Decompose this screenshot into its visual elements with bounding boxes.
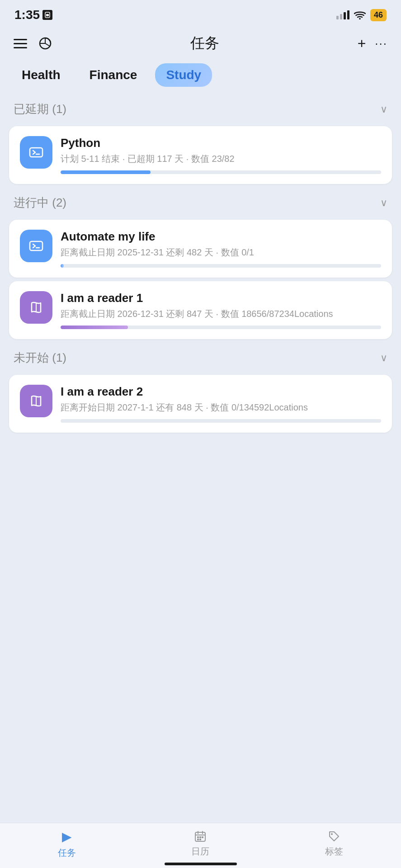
top-bar: 任务 + ···	[0, 27, 401, 60]
nav-tasks[interactable]: ▶ 任务	[58, 829, 76, 859]
svg-point-2	[359, 18, 361, 19]
task-meta-reader1: 距离截止日期 2026-12-31 还剩 847 天 · 数值 18656/87…	[61, 308, 381, 320]
task-meta-automate: 距离截止日期 2025-12-31 还剩 482 天 · 数值 0/1	[61, 246, 381, 259]
tab-study[interactable]: Study	[155, 63, 212, 87]
task-card-reader2[interactable]: I am a reader 2 距离开始日期 2027-1-1 还有 848 天…	[9, 375, 392, 433]
progress-bg-reader1	[61, 326, 381, 329]
nav-tags[interactable]: 标签	[325, 830, 343, 858]
nav-calendar-label: 日历	[191, 845, 209, 858]
task-name-reader2: I am a reader 2	[61, 385, 381, 399]
task-info-automate: Automate my life 距离截止日期 2025-12-31 还剩 48…	[61, 230, 381, 268]
section-inprogress-header: 进行中 (2) ∨	[0, 188, 401, 216]
home-indicator	[165, 863, 237, 865]
chevron-down-icon[interactable]: ∨	[380, 197, 387, 209]
section-notstarted-title: 未开始 (1)	[14, 350, 66, 366]
category-tabs: Health Finance Study	[0, 60, 401, 94]
bottom-nav: ▶ 任务 日历 标签	[0, 823, 401, 868]
chevron-down-icon[interactable]: ∨	[380, 352, 387, 364]
task-info-python: Python 计划 5-11 结束 · 已超期 117 天 · 数值 23/82	[61, 136, 381, 174]
chart-icon[interactable]	[38, 36, 52, 51]
task-name-automate: Automate my life	[61, 230, 381, 244]
status-bar: 1:35 46	[0, 0, 401, 27]
task-card-automate[interactable]: Automate my life 距离截止日期 2025-12-31 还剩 48…	[9, 220, 392, 278]
task-meta-python: 计划 5-11 结束 · 已超期 117 天 · 数值 23/82	[61, 153, 381, 165]
progress-fill-automate	[61, 264, 64, 268]
page-title: 任务	[52, 33, 358, 53]
svg-rect-18	[199, 839, 201, 840]
battery-indicator: 46	[370, 9, 387, 21]
progress-bg-python	[61, 170, 381, 174]
section-notstarted-header: 未开始 (1) ∨	[0, 343, 401, 371]
task-icon-python	[20, 136, 52, 169]
task-icon-reader2	[20, 385, 52, 417]
task-icon-reader1	[20, 291, 52, 324]
svg-rect-6	[30, 241, 42, 250]
svg-rect-14	[197, 836, 199, 838]
nav-calendar[interactable]: 日历	[191, 830, 209, 858]
wifi-icon	[354, 10, 366, 19]
svg-rect-17	[197, 839, 199, 840]
menu-button[interactable]	[14, 39, 27, 48]
status-time: 1:35	[14, 8, 52, 22]
task-icon-automate	[20, 230, 52, 262]
main-content: 已延期 (1) ∨ Python 计划 5-11 结束 · 已超期 117 天 …	[0, 94, 401, 868]
calendar-icon	[194, 830, 207, 843]
status-right: 46	[336, 9, 387, 21]
progress-fill-reader1	[61, 326, 128, 329]
signal-icon	[336, 10, 349, 19]
add-button[interactable]: +	[358, 36, 366, 51]
progress-bg-reader2	[61, 419, 381, 423]
tab-health[interactable]: Health	[11, 63, 71, 87]
task-info-reader2: I am a reader 2 距离开始日期 2027-1-1 还有 848 天…	[61, 385, 381, 423]
task-card-reader1[interactable]: I am a reader 1 距离截止日期 2026-12-31 还剩 847…	[9, 281, 392, 339]
progress-bg-automate	[61, 264, 381, 268]
tasks-icon: ▶	[62, 829, 72, 844]
task-info-reader1: I am a reader 1 距离截止日期 2026-12-31 还剩 847…	[61, 291, 381, 329]
chevron-down-icon[interactable]: ∨	[380, 104, 387, 115]
svg-rect-15	[199, 836, 201, 838]
section-overdue-header: 已延期 (1) ∨	[0, 94, 401, 123]
svg-point-19	[331, 833, 333, 835]
sim-icon	[42, 10, 52, 20]
task-meta-reader2: 距离开始日期 2027-1-1 还有 848 天 · 数值 0/134592Lo…	[61, 401, 381, 414]
task-card-python[interactable]: Python 计划 5-11 结束 · 已超期 117 天 · 数值 23/82	[9, 126, 392, 184]
tab-finance[interactable]: Finance	[79, 63, 148, 87]
tag-icon	[328, 830, 340, 843]
svg-rect-1	[46, 14, 49, 16]
nav-tasks-label: 任务	[58, 847, 76, 859]
top-bar-left	[14, 36, 52, 51]
section-inprogress-title: 进行中 (2)	[14, 195, 66, 211]
progress-fill-python	[61, 170, 151, 174]
svg-rect-16	[202, 836, 203, 838]
top-bar-right: + ···	[358, 36, 387, 51]
svg-rect-4	[30, 148, 42, 157]
section-overdue-title: 已延期 (1)	[14, 101, 66, 117]
nav-tags-label: 标签	[325, 845, 343, 858]
task-name-python: Python	[61, 136, 381, 150]
task-name-reader1: I am a reader 1	[61, 291, 381, 305]
more-button[interactable]: ···	[375, 37, 387, 51]
